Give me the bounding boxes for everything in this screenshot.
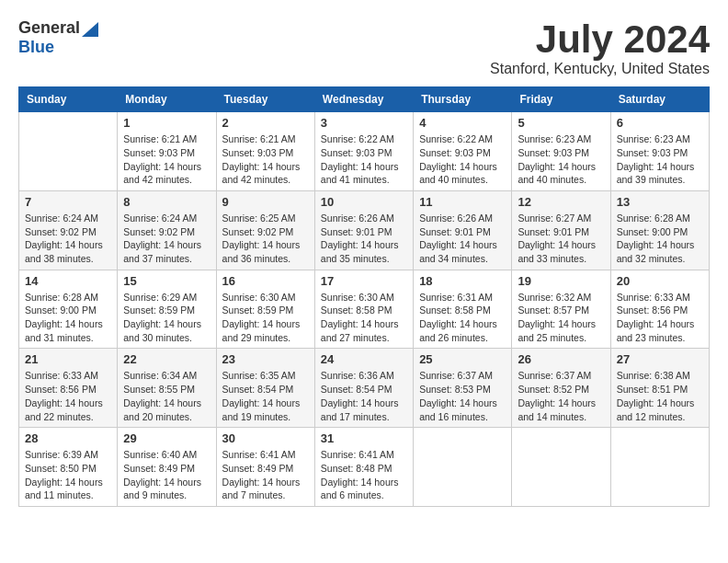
logo-blue-text: Blue	[18, 38, 54, 57]
day-number: 23	[222, 352, 309, 366]
day-number: 8	[123, 195, 210, 209]
day-number: 6	[617, 116, 703, 130]
day-info: Sunrise: 6:22 AM Sunset: 9:03 PM Dayligh…	[321, 132, 407, 187]
day-number: 27	[617, 352, 703, 366]
header-tuesday: Tuesday	[216, 87, 314, 112]
day-info: Sunrise: 6:29 AM Sunset: 8:59 PM Dayligh…	[123, 291, 210, 345]
header-section: General Blue July 2024 Stanford, Kentuck…	[18, 18, 710, 77]
day-info: Sunrise: 6:24 AM Sunset: 9:02 PM Dayligh…	[25, 212, 111, 266]
day-info: Sunrise: 6:40 AM Sunset: 8:49 PM Dayligh…	[123, 448, 210, 502]
day-info: Sunrise: 6:41 AM Sunset: 8:49 PM Dayligh…	[222, 448, 309, 502]
table-cell: 8Sunrise: 6:24 AM Sunset: 9:02 PM Daylig…	[118, 190, 216, 270]
day-info: Sunrise: 6:38 AM Sunset: 8:51 PM Dayligh…	[617, 369, 703, 423]
day-number: 14	[25, 274, 111, 288]
month-title: July 2024	[490, 18, 710, 61]
day-number: 31	[321, 431, 407, 445]
day-info: Sunrise: 6:39 AM Sunset: 8:50 PM Dayligh…	[25, 448, 111, 502]
day-info: Sunrise: 6:25 AM Sunset: 9:02 PM Dayligh…	[222, 212, 309, 266]
day-number: 18	[419, 274, 506, 288]
header-wednesday: Wednesday	[314, 87, 413, 112]
day-info: Sunrise: 6:30 AM Sunset: 8:58 PM Dayligh…	[321, 291, 407, 345]
day-number: 11	[419, 195, 506, 209]
day-number: 10	[321, 195, 407, 209]
table-cell: 30Sunrise: 6:41 AM Sunset: 8:49 PM Dayli…	[216, 428, 314, 507]
header-sunday: Sunday	[19, 87, 118, 112]
day-info: Sunrise: 6:23 AM Sunset: 9:03 PM Dayligh…	[617, 132, 703, 187]
day-number: 29	[123, 431, 210, 445]
day-info: Sunrise: 6:24 AM Sunset: 9:02 PM Dayligh…	[123, 212, 210, 266]
day-info: Sunrise: 6:28 AM Sunset: 9:00 PM Dayligh…	[617, 212, 703, 266]
day-number: 15	[123, 274, 210, 288]
calendar-week-row: 21Sunrise: 6:33 AM Sunset: 8:56 PM Dayli…	[19, 349, 710, 428]
day-number: 26	[518, 352, 604, 366]
day-number: 16	[222, 274, 309, 288]
location-title: Stanford, Kentucky, United States	[490, 61, 710, 77]
table-cell: 1Sunrise: 6:21 AM Sunset: 9:03 PM Daylig…	[118, 112, 216, 191]
table-cell: 4Sunrise: 6:22 AM Sunset: 9:03 PM Daylig…	[414, 112, 512, 191]
table-cell: 28Sunrise: 6:39 AM Sunset: 8:50 PM Dayli…	[19, 428, 118, 507]
table-cell	[414, 428, 512, 507]
table-cell: 12Sunrise: 6:27 AM Sunset: 9:01 PM Dayli…	[512, 190, 610, 270]
table-cell: 16Sunrise: 6:30 AM Sunset: 8:59 PM Dayli…	[216, 270, 314, 349]
calendar-week-row: 28Sunrise: 6:39 AM Sunset: 8:50 PM Dayli…	[19, 428, 710, 507]
table-cell: 10Sunrise: 6:26 AM Sunset: 9:01 PM Dayli…	[314, 190, 413, 270]
day-info: Sunrise: 6:26 AM Sunset: 9:01 PM Dayligh…	[321, 212, 407, 266]
table-cell: 11Sunrise: 6:26 AM Sunset: 9:01 PM Dayli…	[414, 190, 512, 270]
day-info: Sunrise: 6:34 AM Sunset: 8:55 PM Dayligh…	[123, 369, 210, 423]
day-info: Sunrise: 6:36 AM Sunset: 8:54 PM Dayligh…	[321, 369, 407, 423]
table-cell: 13Sunrise: 6:28 AM Sunset: 9:00 PM Dayli…	[610, 190, 709, 270]
day-info: Sunrise: 6:27 AM Sunset: 9:01 PM Dayligh…	[518, 212, 604, 266]
day-number: 24	[321, 352, 407, 366]
day-number: 21	[25, 352, 111, 366]
day-info: Sunrise: 6:28 AM Sunset: 9:00 PM Dayligh…	[25, 291, 111, 345]
table-cell: 6Sunrise: 6:23 AM Sunset: 9:03 PM Daylig…	[610, 112, 709, 191]
table-cell: 9Sunrise: 6:25 AM Sunset: 9:02 PM Daylig…	[216, 190, 314, 270]
svg-marker-0	[82, 22, 98, 37]
table-cell: 25Sunrise: 6:37 AM Sunset: 8:53 PM Dayli…	[414, 349, 512, 428]
table-cell	[19, 112, 118, 191]
day-number: 5	[518, 116, 604, 130]
table-cell: 17Sunrise: 6:30 AM Sunset: 8:58 PM Dayli…	[314, 270, 413, 349]
calendar-week-row: 1Sunrise: 6:21 AM Sunset: 9:03 PM Daylig…	[19, 112, 710, 191]
day-info: Sunrise: 6:23 AM Sunset: 9:03 PM Dayligh…	[518, 132, 604, 187]
day-number: 22	[123, 352, 210, 366]
day-info: Sunrise: 6:32 AM Sunset: 8:57 PM Dayligh…	[518, 291, 604, 345]
day-info: Sunrise: 6:31 AM Sunset: 8:58 PM Dayligh…	[419, 291, 506, 345]
day-number: 28	[25, 431, 111, 445]
day-number: 3	[321, 116, 407, 130]
day-number: 9	[222, 195, 309, 209]
logo-triangle-icon	[82, 22, 98, 37]
day-number: 13	[617, 195, 703, 209]
table-cell: 31Sunrise: 6:41 AM Sunset: 8:48 PM Dayli…	[314, 428, 413, 507]
day-info: Sunrise: 6:37 AM Sunset: 8:52 PM Dayligh…	[518, 369, 604, 423]
day-info: Sunrise: 6:26 AM Sunset: 9:01 PM Dayligh…	[419, 212, 506, 266]
day-number: 2	[222, 116, 309, 130]
table-cell	[512, 428, 610, 507]
table-cell	[610, 428, 709, 507]
table-cell: 27Sunrise: 6:38 AM Sunset: 8:51 PM Dayli…	[610, 349, 709, 428]
day-info: Sunrise: 6:30 AM Sunset: 8:59 PM Dayligh…	[222, 291, 309, 345]
day-number: 1	[123, 116, 210, 130]
table-cell: 24Sunrise: 6:36 AM Sunset: 8:54 PM Dayli…	[314, 349, 413, 428]
table-cell: 3Sunrise: 6:22 AM Sunset: 9:03 PM Daylig…	[314, 112, 413, 191]
logo-general-text: General	[18, 18, 80, 38]
day-number: 7	[25, 195, 111, 209]
header-monday: Monday	[118, 87, 216, 112]
header-friday: Friday	[512, 87, 610, 112]
day-number: 25	[419, 352, 506, 366]
day-info: Sunrise: 6:21 AM Sunset: 9:03 PM Dayligh…	[222, 132, 309, 187]
logo: General Blue	[18, 18, 98, 57]
header-thursday: Thursday	[414, 87, 512, 112]
day-number: 30	[222, 431, 309, 445]
calendar-table: Sunday Monday Tuesday Wednesday Thursday…	[18, 86, 710, 507]
table-cell: 21Sunrise: 6:33 AM Sunset: 8:56 PM Dayli…	[19, 349, 118, 428]
table-cell: 7Sunrise: 6:24 AM Sunset: 9:02 PM Daylig…	[19, 190, 118, 270]
day-info: Sunrise: 6:37 AM Sunset: 8:53 PM Dayligh…	[419, 369, 506, 423]
day-number: 20	[617, 274, 703, 288]
day-number: 19	[518, 274, 604, 288]
day-number: 17	[321, 274, 407, 288]
table-cell: 20Sunrise: 6:33 AM Sunset: 8:56 PM Dayli…	[610, 270, 709, 349]
day-info: Sunrise: 6:33 AM Sunset: 8:56 PM Dayligh…	[617, 291, 703, 345]
day-info: Sunrise: 6:22 AM Sunset: 9:03 PM Dayligh…	[419, 132, 506, 187]
calendar-header-row: Sunday Monday Tuesday Wednesday Thursday…	[19, 87, 710, 112]
